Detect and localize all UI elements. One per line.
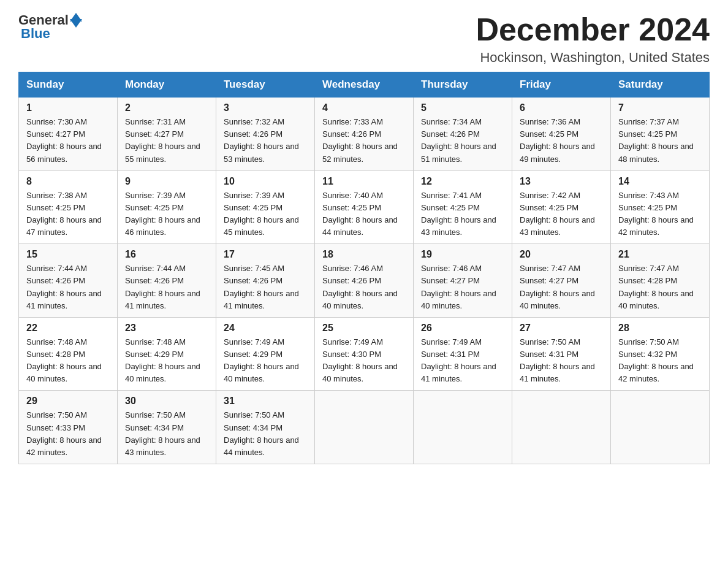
day-info: Sunrise: 7:41 AMSunset: 4:25 PMDaylight:… bbox=[421, 191, 496, 237]
day-number: 13 bbox=[520, 176, 603, 187]
day-info: Sunrise: 7:43 AMSunset: 4:25 PMDaylight:… bbox=[618, 191, 694, 237]
day-cell: 17 Sunrise: 7:45 AMSunset: 4:26 PMDaylig… bbox=[216, 244, 315, 318]
day-cell: 22 Sunrise: 7:48 AMSunset: 4:28 PMDaylig… bbox=[19, 317, 118, 391]
day-cell bbox=[315, 391, 414, 464]
day-info: Sunrise: 7:36 AMSunset: 4:25 PMDaylight:… bbox=[520, 117, 595, 163]
day-cell: 7 Sunrise: 7:37 AMSunset: 4:25 PMDayligh… bbox=[611, 98, 710, 171]
col-header-sunday: Sunday bbox=[19, 72, 118, 98]
title-block: December 2024 Hockinson, Washington, Uni… bbox=[476, 12, 710, 66]
day-info: Sunrise: 7:49 AMSunset: 4:30 PMDaylight:… bbox=[322, 337, 398, 383]
day-cell: 30 Sunrise: 7:50 AMSunset: 4:34 PMDaylig… bbox=[118, 391, 216, 464]
day-info: Sunrise: 7:46 AMSunset: 4:27 PMDaylight:… bbox=[421, 264, 496, 310]
day-cell: 16 Sunrise: 7:44 AMSunset: 4:26 PMDaylig… bbox=[118, 244, 216, 318]
day-cell: 8 Sunrise: 7:38 AMSunset: 4:25 PMDayligh… bbox=[19, 170, 118, 244]
calendar-body: 1 Sunrise: 7:30 AMSunset: 4:27 PMDayligh… bbox=[19, 98, 710, 464]
day-info: Sunrise: 7:47 AMSunset: 4:28 PMDaylight:… bbox=[618, 264, 694, 310]
day-cell: 20 Sunrise: 7:47 AMSunset: 4:27 PMDaylig… bbox=[512, 244, 611, 318]
logo: General Blue bbox=[18, 12, 82, 42]
day-number: 3 bbox=[224, 102, 307, 113]
day-info: Sunrise: 7:48 AMSunset: 4:29 PMDaylight:… bbox=[125, 337, 200, 383]
day-cell: 9 Sunrise: 7:39 AMSunset: 4:25 PMDayligh… bbox=[118, 170, 216, 244]
page-header: General Blue December 2024 Hockinson, Wa… bbox=[18, 12, 710, 66]
day-number: 8 bbox=[26, 176, 110, 187]
week-row-1: 1 Sunrise: 7:30 AMSunset: 4:27 PMDayligh… bbox=[19, 98, 710, 171]
day-cell: 14 Sunrise: 7:43 AMSunset: 4:25 PMDaylig… bbox=[611, 170, 710, 244]
week-row-3: 15 Sunrise: 7:44 AMSunset: 4:26 PMDaylig… bbox=[19, 244, 710, 318]
calendar-table: SundayMondayTuesdayWednesdayThursdayFrid… bbox=[18, 72, 710, 464]
day-cell: 4 Sunrise: 7:33 AMSunset: 4:26 PMDayligh… bbox=[315, 98, 414, 171]
day-number: 19 bbox=[421, 249, 504, 260]
col-header-saturday: Saturday bbox=[611, 72, 710, 98]
day-cell: 24 Sunrise: 7:49 AMSunset: 4:29 PMDaylig… bbox=[216, 317, 315, 391]
day-cell: 11 Sunrise: 7:40 AMSunset: 4:25 PMDaylig… bbox=[315, 170, 414, 244]
day-info: Sunrise: 7:50 AMSunset: 4:34 PMDaylight:… bbox=[224, 410, 299, 456]
day-info: Sunrise: 7:50 AMSunset: 4:33 PMDaylight:… bbox=[26, 410, 102, 456]
week-row-4: 22 Sunrise: 7:48 AMSunset: 4:28 PMDaylig… bbox=[19, 317, 710, 391]
day-number: 26 bbox=[421, 323, 504, 334]
day-info: Sunrise: 7:39 AMSunset: 4:25 PMDaylight:… bbox=[224, 191, 299, 237]
day-number: 30 bbox=[125, 396, 208, 407]
day-number: 18 bbox=[322, 249, 406, 260]
day-cell: 2 Sunrise: 7:31 AMSunset: 4:27 PMDayligh… bbox=[118, 98, 216, 171]
day-cell: 18 Sunrise: 7:46 AMSunset: 4:26 PMDaylig… bbox=[315, 244, 414, 318]
day-number: 16 bbox=[125, 249, 208, 260]
day-number: 1 bbox=[26, 102, 110, 113]
day-cell: 3 Sunrise: 7:32 AMSunset: 4:26 PMDayligh… bbox=[216, 98, 315, 171]
day-cell bbox=[512, 391, 611, 464]
day-number: 11 bbox=[322, 176, 406, 187]
day-cell: 12 Sunrise: 7:41 AMSunset: 4:25 PMDaylig… bbox=[414, 170, 512, 244]
day-number: 20 bbox=[520, 249, 603, 260]
day-info: Sunrise: 7:49 AMSunset: 4:29 PMDaylight:… bbox=[224, 337, 299, 383]
day-number: 7 bbox=[618, 102, 702, 113]
day-info: Sunrise: 7:50 AMSunset: 4:34 PMDaylight:… bbox=[125, 410, 200, 456]
day-number: 21 bbox=[618, 249, 702, 260]
day-info: Sunrise: 7:48 AMSunset: 4:28 PMDaylight:… bbox=[26, 337, 102, 383]
day-cell bbox=[611, 391, 710, 464]
day-number: 27 bbox=[520, 323, 603, 334]
day-info: Sunrise: 7:45 AMSunset: 4:26 PMDaylight:… bbox=[224, 264, 299, 310]
day-cell: 5 Sunrise: 7:34 AMSunset: 4:26 PMDayligh… bbox=[414, 98, 512, 171]
day-number: 22 bbox=[26, 323, 110, 334]
day-number: 12 bbox=[421, 176, 504, 187]
day-info: Sunrise: 7:42 AMSunset: 4:25 PMDaylight:… bbox=[520, 191, 595, 237]
day-cell bbox=[414, 391, 512, 464]
day-cell: 15 Sunrise: 7:44 AMSunset: 4:26 PMDaylig… bbox=[19, 244, 118, 318]
logo-blue-text: Blue bbox=[21, 26, 50, 42]
day-cell: 6 Sunrise: 7:36 AMSunset: 4:25 PMDayligh… bbox=[512, 98, 611, 171]
day-number: 15 bbox=[26, 249, 110, 260]
day-cell: 28 Sunrise: 7:50 AMSunset: 4:32 PMDaylig… bbox=[611, 317, 710, 391]
day-number: 10 bbox=[224, 176, 307, 187]
week-row-5: 29 Sunrise: 7:50 AMSunset: 4:33 PMDaylig… bbox=[19, 391, 710, 464]
day-number: 23 bbox=[125, 323, 208, 334]
day-info: Sunrise: 7:44 AMSunset: 4:26 PMDaylight:… bbox=[26, 264, 102, 310]
day-number: 6 bbox=[520, 102, 603, 113]
col-header-monday: Monday bbox=[118, 72, 216, 98]
day-cell: 31 Sunrise: 7:50 AMSunset: 4:34 PMDaylig… bbox=[216, 391, 315, 464]
day-number: 14 bbox=[618, 176, 702, 187]
day-number: 25 bbox=[322, 323, 406, 334]
day-cell: 1 Sunrise: 7:30 AMSunset: 4:27 PMDayligh… bbox=[19, 98, 118, 171]
day-cell: 26 Sunrise: 7:49 AMSunset: 4:31 PMDaylig… bbox=[414, 317, 512, 391]
day-info: Sunrise: 7:39 AMSunset: 4:25 PMDaylight:… bbox=[125, 191, 200, 237]
day-cell: 29 Sunrise: 7:50 AMSunset: 4:33 PMDaylig… bbox=[19, 391, 118, 464]
col-header-friday: Friday bbox=[512, 72, 611, 98]
col-header-thursday: Thursday bbox=[414, 72, 512, 98]
day-number: 5 bbox=[421, 102, 504, 113]
day-info: Sunrise: 7:47 AMSunset: 4:27 PMDaylight:… bbox=[520, 264, 595, 310]
day-info: Sunrise: 7:37 AMSunset: 4:25 PMDaylight:… bbox=[618, 117, 694, 163]
day-info: Sunrise: 7:46 AMSunset: 4:26 PMDaylight:… bbox=[322, 264, 398, 310]
col-header-wednesday: Wednesday bbox=[315, 72, 414, 98]
day-cell: 23 Sunrise: 7:48 AMSunset: 4:29 PMDaylig… bbox=[118, 317, 216, 391]
day-cell: 19 Sunrise: 7:46 AMSunset: 4:27 PMDaylig… bbox=[414, 244, 512, 318]
day-info: Sunrise: 7:32 AMSunset: 4:26 PMDaylight:… bbox=[224, 117, 299, 163]
day-number: 9 bbox=[125, 176, 208, 187]
location-subtitle: Hockinson, Washington, United States bbox=[476, 50, 710, 66]
day-info: Sunrise: 7:49 AMSunset: 4:31 PMDaylight:… bbox=[421, 337, 496, 383]
day-number: 4 bbox=[322, 102, 406, 113]
day-number: 24 bbox=[224, 323, 307, 334]
day-number: 28 bbox=[618, 323, 702, 334]
day-info: Sunrise: 7:38 AMSunset: 4:25 PMDaylight:… bbox=[26, 191, 102, 237]
day-info: Sunrise: 7:33 AMSunset: 4:26 PMDaylight:… bbox=[322, 117, 398, 163]
header-row: SundayMondayTuesdayWednesdayThursdayFrid… bbox=[19, 72, 710, 98]
day-cell: 13 Sunrise: 7:42 AMSunset: 4:25 PMDaylig… bbox=[512, 170, 611, 244]
